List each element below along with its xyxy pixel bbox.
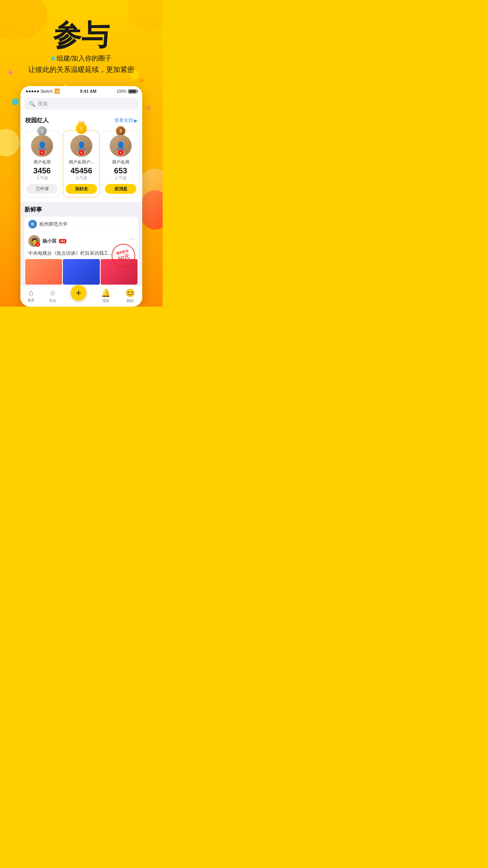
popularity-num-1: 45456 (66, 166, 97, 175)
username-2: 用户名用 (26, 159, 58, 165)
news-card: 杭 杭州师范大学 🧑 V 杨小苗 M4 (24, 217, 138, 285)
green-dot-icon (51, 57, 55, 61)
news-section: 新鲜事 杭 杭州师范大学 🧑 V 杨小苗 M4 (20, 202, 142, 285)
signal-dot-4 (34, 90, 36, 92)
search-icon: 🔍 (29, 101, 35, 107)
battery-fill (129, 90, 136, 93)
battery-bar (128, 89, 137, 94)
nav-add[interactable]: + (71, 291, 86, 301)
deco-plus-right: ✕ (146, 104, 151, 112)
news-content: 🧑 V 杨小苗 M4 爆料奖金 50元 ⋯ (24, 232, 138, 250)
avatar-container-1: 👤 V (70, 135, 92, 157)
stars-container: 2 👤 V 用户名用 3456 人气值 已申请 👑 1 (20, 127, 142, 202)
bottom-nav: ⌂ 首页 ☆ 关注 + 🔔 消息 😊 我的 (20, 285, 142, 307)
nav-messages-label: 消息 (102, 298, 109, 303)
home-icon: ⌂ (29, 288, 33, 297)
view-all-link[interactable]: 查看全部 ▶ (114, 117, 138, 124)
rank-badge-2: 2 (37, 126, 47, 136)
verified-badge-2: V (39, 149, 46, 156)
search-placeholder: 搜索 (38, 100, 48, 107)
v-icon-2: V (41, 151, 43, 154)
app-background: + ✕ ⚑ She Create a circle 参与 组建/加入你的圈子 让… (0, 0, 163, 307)
v-icon-3: V (119, 151, 121, 154)
nav-profile[interactable]: 😊 我的 (125, 288, 135, 303)
news-image-2 (63, 259, 100, 285)
news-tag: M4 (59, 239, 66, 243)
campus-stars-title: 校园红人 (25, 117, 49, 124)
action-btn-2[interactable]: 已申请 (26, 184, 58, 194)
star-card-rank-3: 3 👤 V 用户名用 653 人气值 发消息 (102, 131, 139, 197)
deco-blob-left-mid (0, 129, 20, 156)
rank-badge-1: 1 (76, 123, 87, 134)
news-username: 杨小苗 (42, 238, 57, 245)
university-bar: 杭 杭州师范大学 (24, 217, 138, 232)
star-card-rank-1: 👑 1 👤 V 用户名用户... 45456 人气值 加好友 (63, 131, 100, 197)
news-v-badge: V (35, 242, 40, 247)
popularity-label-1: 人气值 (66, 175, 97, 181)
nav-home[interactable]: ⌂ 首页 (28, 288, 35, 303)
nav-profile-label: 我的 (127, 298, 134, 303)
battery-percent: 100% (116, 89, 127, 94)
search-bar: 🔍 搜索 (20, 96, 142, 113)
popularity-label-3: 人气值 (105, 175, 136, 181)
popularity-num-3: 653 (105, 166, 136, 175)
status-time: 9:41 AM (80, 89, 97, 94)
university-name: 杭州师范大学 (39, 221, 68, 228)
star-icon: ☆ (49, 288, 56, 298)
status-bar: Sketch 📶 9:41 AM 100% (20, 86, 142, 96)
verified-badge-3: V (117, 149, 124, 156)
action-btn-3[interactable]: 发消息 (105, 184, 136, 194)
signal-dot-2 (29, 90, 31, 92)
header-area: Create a circle 参与 组建/加入你的圈子 让彼此的关系温暖延续，… (0, 0, 163, 79)
deco-circle-green (12, 98, 19, 105)
avatar-container-3: 👤 V (110, 135, 132, 157)
star-card-rank-2: 2 👤 V 用户名用 3456 人气值 已申请 (24, 131, 61, 197)
rank-badge-3: 3 (116, 126, 125, 136)
status-left: Sketch 📶 (26, 88, 60, 94)
subtitle: 组建/加入你的圈子 (8, 54, 155, 63)
v-icon-1: V (80, 151, 82, 154)
university-logo: 杭 (28, 220, 37, 228)
news-avatar: 🧑 V (28, 235, 40, 247)
chevron-right-icon: ▶ (134, 118, 138, 123)
nav-home-label: 首页 (28, 298, 35, 303)
username-1: 用户名用户... (66, 159, 97, 165)
main-title: 参与 (8, 20, 155, 51)
nav-messages[interactable]: 🔔 消息 (101, 288, 111, 303)
carrier-name: Sketch (40, 89, 53, 94)
action-btn-1[interactable]: 加好友 (66, 184, 97, 194)
wifi-icon: 📶 (54, 88, 60, 94)
news-section-title: 新鲜事 (24, 206, 138, 213)
avatar-container-2: 👤 V (31, 135, 53, 157)
search-input-container[interactable]: 🔍 搜索 (24, 98, 138, 110)
nav-follow[interactable]: ☆ 关注 (49, 288, 56, 303)
phone-mockup: Sketch 📶 9:41 AM 100% 🔍 搜索 校园红人 查看全部 (20, 86, 142, 307)
signal-bars (26, 90, 39, 92)
signal-dot-3 (31, 90, 33, 92)
add-button[interactable]: + (71, 285, 86, 301)
news-image-1 (25, 259, 62, 285)
nav-follow-label: 关注 (49, 298, 56, 303)
popularity-label-2: 人气值 (26, 175, 58, 181)
status-right: 100% (116, 89, 137, 94)
description: 让彼此的关系温暖延续，更加紧密 (8, 64, 155, 75)
signal-dot-5 (37, 90, 39, 92)
signal-dot-1 (26, 90, 28, 92)
person-icon: 😊 (125, 288, 135, 298)
username-3: 用户名用 (105, 159, 136, 165)
bell-icon: 🔔 (101, 288, 111, 298)
popularity-num-2: 3456 (26, 166, 58, 175)
verified-badge-1: V (78, 149, 85, 156)
news-more-button[interactable]: ⋯ (129, 235, 135, 243)
